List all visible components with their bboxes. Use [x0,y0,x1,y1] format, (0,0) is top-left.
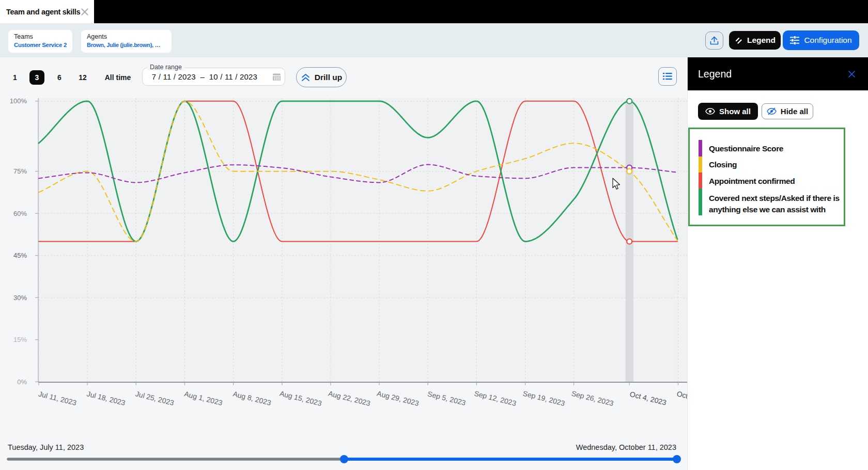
svg-text:45%: 45% [13,252,27,259]
svg-text:Aug 15, 2023: Aug 15, 2023 [279,389,323,408]
svg-text:Aug 8, 2023: Aug 8, 2023 [232,389,272,407]
svg-text:100%: 100% [10,97,27,105]
svg-text:Oct 4, 2023: Oct 4, 2023 [629,390,667,407]
svg-text:15%: 15% [13,336,27,343]
svg-text:60%: 60% [13,210,27,217]
svg-text:Sep 26, 2023: Sep 26, 2023 [570,389,614,408]
svg-text:Aug 1, 2023: Aug 1, 2023 [183,389,223,407]
svg-text:0%: 0% [17,378,27,386]
svg-text:Sep 5, 2023: Sep 5, 2023 [427,389,467,407]
svg-text:Aug 22, 2023: Aug 22, 2023 [328,389,371,408]
svg-text:Sep 19, 2023: Sep 19, 2023 [522,389,566,408]
svg-text:Jul 25, 2023: Jul 25, 2023 [135,389,175,407]
svg-text:Jul 18, 2023: Jul 18, 2023 [86,389,126,407]
svg-text:Oct 11, 2023: Oct 11, 2023 [676,389,687,408]
svg-text:Aug 29, 2023: Aug 29, 2023 [376,389,420,408]
svg-text:Jul 11, 2023: Jul 11, 2023 [38,389,78,407]
svg-text:30%: 30% [13,294,27,302]
svg-text:75%: 75% [13,167,27,175]
svg-text:Tuesday, July 11, 2023: Tuesday, July 11, 2023 [8,443,84,451]
svg-text:Sep 12, 2023: Sep 12, 2023 [473,389,517,408]
svg-text:Wednesday, October 11, 2023: Wednesday, October 11, 2023 [576,443,676,451]
